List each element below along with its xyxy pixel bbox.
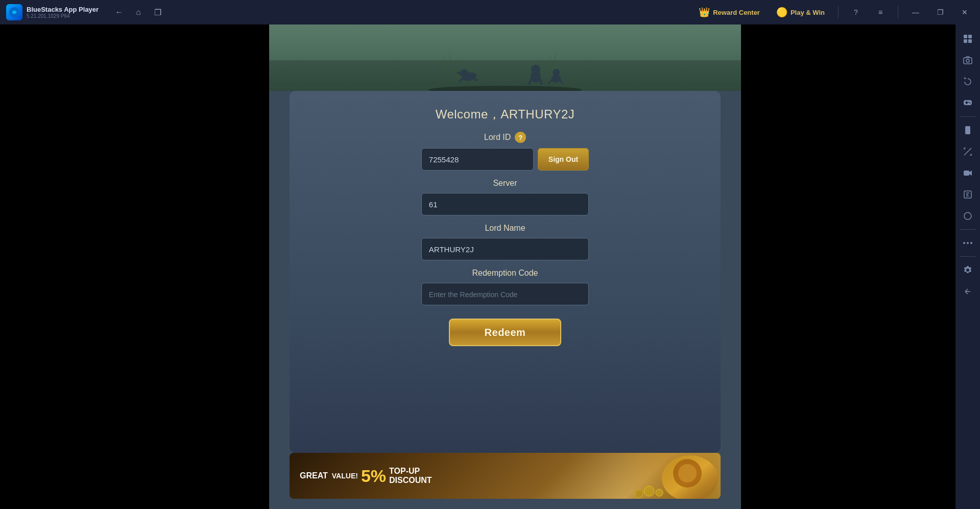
separator-2 <box>898 6 898 18</box>
svg-point-20 <box>656 489 663 496</box>
separator-1 <box>838 6 839 18</box>
sidebar-more-icon[interactable] <box>958 233 978 253</box>
sidebar-record-icon[interactable] <box>958 163 978 183</box>
banner-topup-label: TOP-UP <box>389 467 432 476</box>
sidebar-resize-icon[interactable] <box>958 141 978 162</box>
sidebar-screenshot-icon[interactable] <box>958 50 978 70</box>
svg-rect-22 <box>968 35 972 38</box>
help-button[interactable]: ? <box>847 3 865 21</box>
banner-content: GREAT VALUE! 5% TOP-UP DISCOUNT <box>300 466 432 486</box>
sidebar-gamepad-icon[interactable] <box>958 93 978 113</box>
svg-line-13 <box>548 80 552 84</box>
sidebar-macro-icon[interactable] <box>958 184 978 205</box>
titlebar: BlueStacks App Player 5.21.201.1029 P64 … <box>0 0 980 25</box>
back-nav-button[interactable]: ← <box>111 4 127 20</box>
svg-rect-21 <box>964 35 967 38</box>
minimize-button[interactable]: — <box>906 3 925 21</box>
sidebar-rotate-icon[interactable] <box>958 71 978 92</box>
banner-topup-block: TOP-UP DISCOUNT <box>389 467 432 485</box>
lord-name-label: Lord Name <box>421 224 589 233</box>
left-panel <box>0 25 269 509</box>
svg-point-18 <box>644 486 654 496</box>
svg-rect-23 <box>964 39 967 43</box>
banner-value-label: VALUE! <box>332 472 358 480</box>
svg-point-30 <box>963 242 965 244</box>
svg-rect-25 <box>964 58 972 64</box>
svg-point-1 <box>428 86 582 91</box>
right-sidebar <box>955 25 980 509</box>
play-win-button[interactable]: 🟡 Play & Win <box>771 5 830 20</box>
home-nav-button[interactable]: ⌂ <box>130 4 147 20</box>
svg-point-8 <box>531 70 541 83</box>
banner-percent: 5% <box>361 466 386 486</box>
sign-out-button[interactable]: Sign Out <box>538 148 589 171</box>
svg-point-26 <box>966 59 969 62</box>
reward-center-button[interactable]: 👑 Reward Center <box>694 5 765 20</box>
sidebar-divider-1 <box>960 116 975 117</box>
play-win-label: Play & Win <box>791 9 825 16</box>
crown-icon: 👑 <box>699 7 710 18</box>
svg-point-19 <box>635 490 643 498</box>
menu-button[interactable]: ≡ <box>871 3 890 21</box>
redemption-code-input[interactable] <box>421 283 589 305</box>
banner-discount-label: DISCOUNT <box>389 476 432 485</box>
dialog-card: Welcome，ARTHURY2J Lord ID ? Sign Out Ser… <box>290 91 721 453</box>
main-area: Welcome，ARTHURY2J Lord ID ? Sign Out Ser… <box>0 25 980 509</box>
tabs-nav-button[interactable]: ❐ <box>150 4 166 20</box>
welcome-text: Welcome，ARTHURY2J <box>436 106 575 123</box>
reward-center-label: Reward Center <box>713 9 760 16</box>
svg-rect-24 <box>968 39 972 43</box>
app-logo <box>6 4 22 20</box>
redeem-button[interactable]: Redeem <box>449 319 561 346</box>
svg-line-5 <box>471 78 477 81</box>
svg-point-32 <box>970 242 972 244</box>
redemption-code-label: Redemption Code <box>421 269 589 278</box>
lord-id-label: Lord ID <box>484 133 511 142</box>
sidebar-divider-3 <box>960 256 975 257</box>
coin-icon: 🟡 <box>776 7 787 18</box>
banner-great-label: GREAT <box>300 471 328 480</box>
lord-id-row: Lord ID ? <box>484 132 526 143</box>
svg-line-10 <box>540 79 542 85</box>
sidebar-settings-icon[interactable] <box>958 260 978 280</box>
right-black-panel <box>741 25 955 509</box>
center-panel: Welcome，ARTHURY2J Lord ID ? Sign Out Ser… <box>269 25 741 509</box>
sidebar-divider-2 <box>960 229 975 230</box>
game-top-deco <box>269 25 741 91</box>
svg-point-12 <box>551 74 562 84</box>
titlebar-left: BlueStacks App Player 5.21.201.1029 P64 … <box>6 4 166 20</box>
sidebar-apk-icon[interactable] <box>958 120 978 140</box>
app-version: 5.21.201.1029 P64 <box>27 13 99 19</box>
svg-point-31 <box>967 242 969 244</box>
sidebar-back-icon[interactable] <box>958 281 978 302</box>
dialog-content: Welcome，ARTHURY2J Lord ID ? Sign Out Ser… <box>421 106 589 432</box>
sidebar-eco-icon[interactable] <box>958 206 978 226</box>
svg-point-17 <box>678 464 697 482</box>
sidebar-layout-icon[interactable] <box>958 29 978 49</box>
promo-banner[interactable]: GREAT VALUE! 5% TOP-UP DISCOUNT <box>290 453 721 499</box>
svg-line-14 <box>560 80 563 84</box>
nav-buttons: ← ⌂ ❐ <box>111 4 166 20</box>
silhouette-svg <box>418 35 592 91</box>
app-title: BlueStacks App Player <box>27 6 99 13</box>
svg-line-4 <box>459 78 464 82</box>
svg-rect-28 <box>964 171 969 176</box>
lord-id-help-icon[interactable]: ? <box>515 132 526 143</box>
svg-line-9 <box>529 79 532 85</box>
titlebar-right: 👑 Reward Center 🟡 Play & Win ? ≡ — ❐ ✕ <box>694 3 974 21</box>
server-input[interactable] <box>421 193 589 215</box>
svg-rect-27 <box>965 126 970 134</box>
lord-id-input[interactable] <box>421 148 534 171</box>
server-label: Server <box>421 179 589 188</box>
app-title-block: BlueStacks App Player 5.21.201.1029 P64 <box>27 6 99 19</box>
lord-id-field-row: Sign Out <box>421 148 589 171</box>
lord-name-input[interactable] <box>421 238 589 260</box>
banner-lion-deco <box>618 453 721 499</box>
maximize-button[interactable]: ❐ <box>931 3 949 21</box>
close-button[interactable]: ✕ <box>955 3 974 21</box>
